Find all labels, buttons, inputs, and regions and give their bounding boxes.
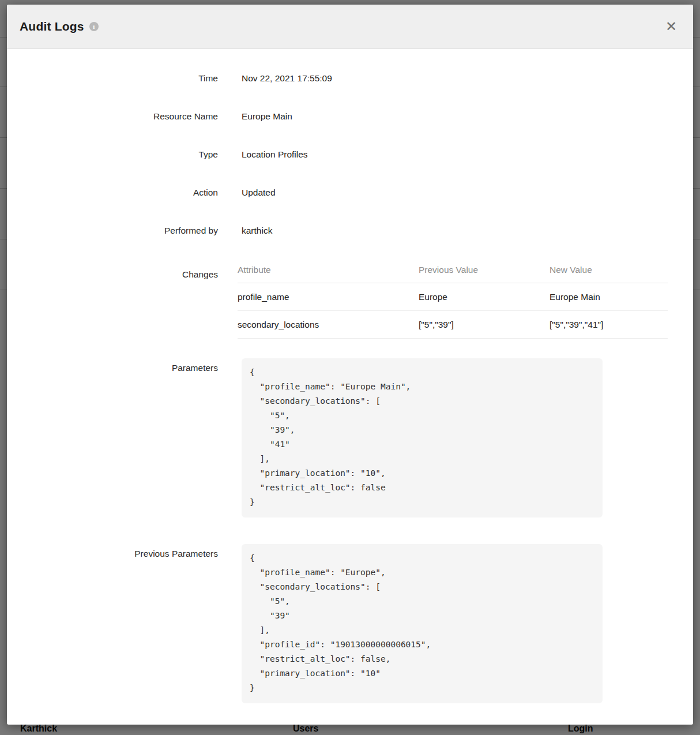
changes-table: Attribute Previous Value New Value profi…: [238, 257, 668, 339]
field-value: Nov 22, 2021 17:55:09: [242, 73, 332, 84]
column-header-new-value: New Value: [550, 257, 668, 283]
field-value: Updated: [242, 187, 276, 198]
table-row: secondary_locations ["5","39"] ["5","39"…: [238, 311, 668, 339]
field-label: Type: [7, 149, 218, 160]
field-row-time: Time Nov 22, 2021 17:55:09: [7, 59, 693, 97]
changes-label: Changes: [7, 257, 218, 280]
changes-section: Changes Attribute Previous Value New Val…: [7, 257, 693, 339]
field-row-performed-by: Performed by karthick: [7, 212, 693, 250]
field-value: Europe Main: [242, 111, 292, 122]
cell-new-value: Europe Main: [550, 283, 668, 311]
table-row: profile_name Europe Europe Main: [238, 283, 668, 311]
close-icon[interactable]: ✕: [662, 17, 680, 36]
modal-title: Audit Logs: [20, 20, 84, 33]
modal-body: Time Nov 22, 2021 17:55:09 Resource Name…: [7, 49, 693, 703]
column-header-previous-value: Previous Value: [419, 257, 550, 283]
audit-logs-modal: Audit Logs i ✕ Time Nov 22, 2021 17:55:0…: [7, 5, 693, 725]
cell-attribute: secondary_locations: [238, 311, 419, 339]
modal-header: Audit Logs i ✕: [7, 5, 693, 49]
field-row-action: Action Updated: [7, 174, 693, 212]
field-value: karthick: [242, 226, 272, 236]
cell-previous-value: Europe: [419, 283, 550, 311]
previous-parameters-section: Previous Parameters { "profile_name": "E…: [7, 544, 693, 703]
cell-previous-value: ["5","39"]: [419, 311, 550, 339]
parameters-section: Parameters { "profile_name": "Europe Mai…: [7, 358, 693, 518]
field-label: Action: [7, 187, 218, 198]
previous-parameters-code-block: { "profile_name": "Europe", "secondary_l…: [242, 544, 603, 703]
previous-parameters-label: Previous Parameters: [7, 544, 218, 559]
info-icon[interactable]: i: [89, 22, 99, 31]
field-row-type: Type Location Profiles: [7, 136, 693, 174]
field-label: Performed by: [7, 226, 218, 236]
parameters-label: Parameters: [7, 358, 218, 373]
field-row-resource-name: Resource Name Europe Main: [7, 97, 693, 136]
cell-attribute: profile_name: [238, 283, 419, 311]
field-label: Time: [7, 73, 218, 84]
column-header-attribute: Attribute: [238, 257, 419, 283]
parameters-code-block: { "profile_name": "Europe Main", "second…: [242, 358, 603, 518]
cell-new-value: ["5","39","41"]: [550, 311, 668, 339]
field-label: Resource Name: [7, 111, 218, 122]
field-value: Location Profiles: [242, 149, 308, 160]
changes-header-row: Attribute Previous Value New Value: [238, 257, 668, 283]
